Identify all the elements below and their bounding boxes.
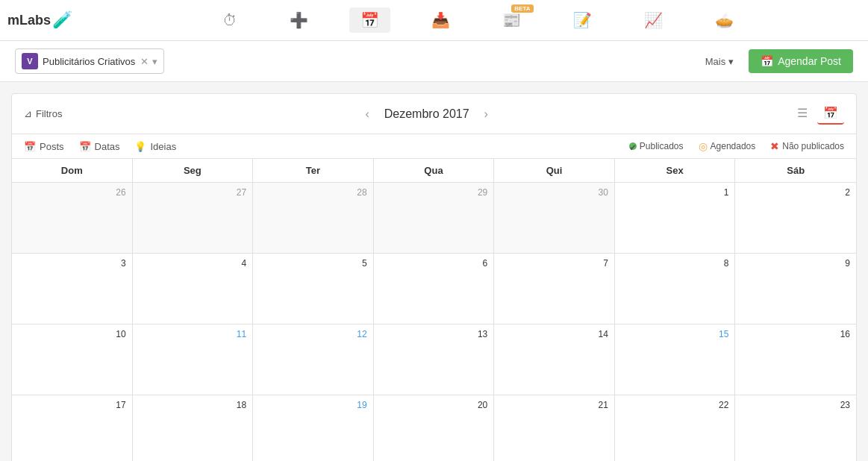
cal-cell[interactable]: 16 — [735, 324, 856, 395]
day-number: 26 — [16, 186, 128, 199]
cal-cell[interactable]: 13 — [374, 324, 495, 395]
cal-cell[interactable]: 9 — [735, 254, 856, 324]
cal-cell[interactable]: 28 — [253, 183, 374, 254]
header-seg: Seg — [133, 159, 254, 182]
cal-cell[interactable]: 14 — [494, 324, 615, 395]
day-number: 3 — [16, 257, 128, 270]
chevron-down-icon[interactable]: ▾ — [152, 56, 157, 67]
prev-month-button[interactable]: ‹ — [359, 106, 375, 122]
nav-item-analytics[interactable]: 📈 — [633, 7, 674, 33]
cal-cell[interactable]: 20 — [374, 395, 495, 461]
posts-label: Posts — [40, 141, 64, 152]
cal-cell[interactable]: 22 — [615, 395, 736, 461]
header-sab: Sáb — [735, 159, 856, 182]
day-number: 27 — [137, 186, 249, 199]
cal-cell[interactable]: 3 — [12, 254, 133, 324]
news-icon: 📰 — [502, 11, 521, 29]
cal-cell[interactable]: 7 — [494, 254, 615, 324]
status-agendados: ◎ Agendados — [699, 140, 756, 152]
cal-cell[interactable]: 29 — [374, 183, 495, 254]
day-number: 18 — [137, 398, 249, 412]
day-number: 14 — [499, 327, 610, 341]
day-number: 23 — [740, 398, 852, 412]
posts-icon: 📅 — [24, 141, 36, 152]
page-name: Publicitários Criativos — [43, 56, 136, 67]
sub-nav: V Publicitários Criativos ✕ ▾ Mais ▾ 📅 A… — [0, 41, 868, 82]
cal-cell[interactable]: 27 — [133, 183, 254, 254]
cal-cell[interactable]: 6 — [374, 254, 495, 324]
nav-item-reports[interactable]: 🥧 — [704, 7, 745, 33]
nav-item-edit[interactable]: 📝 — [562, 7, 603, 33]
cal-cell[interactable]: 18 — [133, 395, 254, 461]
funnel-icon: ⊿ — [24, 108, 32, 119]
calendar-icon: 📅 — [360, 11, 379, 29]
day-number: 21 — [499, 398, 610, 412]
mais-label: Mais — [705, 56, 725, 67]
day-number: 10 — [16, 327, 128, 341]
nav-item-add[interactable]: ➕ — [278, 7, 319, 33]
cal-cell[interactable]: 23 — [735, 395, 856, 461]
datas-icon: 📅 — [79, 141, 91, 152]
day-number: 15 — [619, 327, 731, 341]
mais-chevron-icon: ▾ — [728, 56, 734, 67]
cal-cell[interactable]: 30 — [494, 183, 615, 254]
datas-label: Datas — [95, 141, 120, 152]
cal-cell[interactable]: 26 — [12, 183, 133, 254]
header-qua: Qua — [374, 159, 495, 182]
day-number: 29 — [378, 186, 490, 199]
nav-item-inbox[interactable]: 📥 — [420, 7, 461, 33]
publicados-label: Publicados — [640, 141, 684, 151]
day-number: 4 — [137, 257, 249, 270]
agendados-label: Agendados — [711, 141, 756, 151]
filter-datas[interactable]: 📅 Datas — [79, 141, 120, 152]
page-selector[interactable]: V Publicitários Criativos ✕ ▾ — [15, 48, 164, 74]
cal-cell[interactable]: 21 — [494, 395, 615, 461]
list-view-button[interactable]: ☰ — [791, 103, 814, 125]
close-icon[interactable]: ✕ — [140, 56, 149, 67]
cal-cell[interactable]: 8 — [615, 254, 736, 324]
day-number: 30 — [499, 186, 610, 199]
day-number: 20 — [378, 398, 490, 412]
page-icon: V — [22, 53, 38, 69]
filter-posts[interactable]: 📅 Posts — [24, 141, 64, 152]
day-number: 5 — [257, 257, 369, 270]
agendar-post-button[interactable]: 📅 Agendar Post — [749, 49, 853, 73]
page-selector-actions: ✕ ▾ — [140, 56, 157, 67]
beta-badge: BETA — [511, 4, 533, 13]
day-number: 12 — [257, 327, 369, 341]
mais-button[interactable]: Mais ▾ — [698, 52, 741, 71]
cal-cell[interactable]: 4 — [133, 254, 254, 324]
calendar-container: ⊿ Filtros ‹ Dezembro 2017 › ☰ 📅 📅 Posts … — [11, 93, 857, 461]
cal-cell[interactable]: 5 — [253, 254, 374, 324]
month-nav: ‹ Dezembro 2017 › — [359, 106, 494, 122]
reports-icon: 🥧 — [715, 11, 734, 29]
next-month-button[interactable]: › — [478, 106, 494, 122]
filter-ideias[interactable]: 💡 Ideias — [134, 141, 176, 152]
dashboard-icon: ⏱ — [222, 12, 237, 29]
nav-item-news[interactable]: BETA 📰 — [491, 7, 532, 33]
day-number: 8 — [619, 257, 731, 270]
nao-publicados-label: Não publicados — [782, 141, 844, 151]
cal-cell[interactable]: 12 — [253, 324, 374, 395]
cal-cell[interactable]: 17 — [12, 395, 133, 461]
calendar-view-button[interactable]: 📅 — [817, 103, 844, 125]
nav-item-calendar[interactable]: 📅 — [349, 7, 390, 33]
cal-cell[interactable]: 11 — [133, 324, 254, 395]
day-number: 13 — [378, 327, 490, 341]
inbox-icon: 📥 — [431, 11, 450, 29]
nav-item-dashboard[interactable]: ⏱ — [211, 8, 249, 33]
status-nao-publicados: ✖ Não publicados — [770, 140, 844, 152]
cal-cell[interactable]: 2 — [735, 183, 856, 254]
header-sex: Sex — [615, 159, 736, 182]
cal-cell[interactable]: 10 — [12, 324, 133, 395]
day-number: 2 — [740, 186, 852, 199]
cal-cell[interactable]: 1 — [615, 183, 736, 254]
cal-cell[interactable]: 15 — [615, 324, 736, 395]
day-number: 22 — [619, 398, 731, 412]
day-number: 16 — [740, 327, 852, 341]
day-number: 9 — [740, 257, 852, 270]
filtros-button[interactable]: ⊿ Filtros — [24, 108, 62, 119]
header-ter: Ter — [253, 159, 374, 182]
cal-cell[interactable]: 19 — [253, 395, 374, 461]
cal-body: 2627282930123456789101112131415161718192… — [12, 183, 856, 461]
